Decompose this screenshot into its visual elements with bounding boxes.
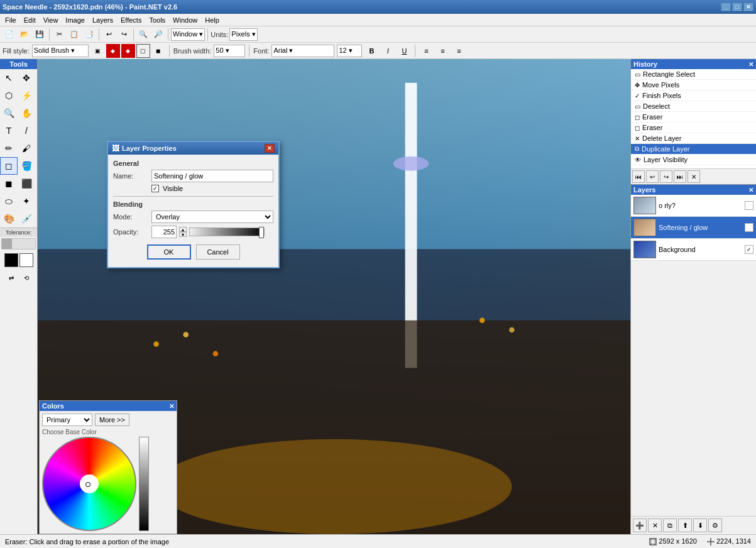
ok-button[interactable]: OK <box>147 244 191 260</box>
font-size-dropdown[interactable]: 12 ▾ <box>337 45 362 57</box>
recolor-tool[interactable]: 🎨 <box>0 210 18 227</box>
reset-colors-btn[interactable]: ⟲ <box>19 271 33 285</box>
underline-button[interactable]: U <box>397 44 411 58</box>
zoom-out-button[interactable]: 🔍 <box>136 28 150 41</box>
save-button[interactable]: 💾 <box>33 28 47 41</box>
cancel-button[interactable]: Cancel <box>196 244 240 260</box>
history-clear-button[interactable]: ✕ <box>688 170 700 183</box>
move-layer-down-button[interactable]: ⬇ <box>693 518 707 532</box>
move-layer-up-button[interactable]: ⬆ <box>678 518 692 532</box>
layers-close-button[interactable]: ✕ <box>748 187 753 194</box>
colors-more-button[interactable]: More >> <box>95 414 129 426</box>
history-item-duplicate-layer[interactable]: ⧉ Duplicate Layer <box>631 144 756 155</box>
history-item-delete-layer[interactable]: ✕ Delete Layer <box>631 133 756 144</box>
units-dropdown[interactable]: Pixels ▾ <box>229 28 257 41</box>
colors-mode-select[interactable]: Primary Secondary <box>42 414 92 426</box>
name-input[interactable] <box>151 170 273 182</box>
select-tool[interactable]: ↖ <box>0 69 18 87</box>
move-tool[interactable]: ✥ <box>18 69 35 87</box>
shape-tool[interactable]: ⬛ <box>18 175 35 192</box>
duplicate-layer-button[interactable]: ⧉ <box>663 518 677 532</box>
layers-list[interactable]: o rly? Softening / glow ✓ Background ✓ <box>631 195 756 516</box>
opacity-down[interactable]: ▼ <box>179 232 187 237</box>
align-center-button[interactable]: ≡ <box>436 44 449 58</box>
brush-width-dropdown[interactable]: 50 ▾ <box>214 45 245 57</box>
color-brightness-slider[interactable] <box>139 437 149 531</box>
color-wheel[interactable] <box>42 437 136 531</box>
minimize-button[interactable]: _ <box>721 3 731 11</box>
history-item-deselect[interactable]: ▭ Deselect <box>631 101 756 112</box>
history-list[interactable]: ▭ Rectangle Select ✥ Move Pixels ✓ Finis… <box>631 69 756 168</box>
menu-tools[interactable]: Tools <box>145 15 169 25</box>
brush-tool[interactable]: 🖌 <box>18 140 35 157</box>
menu-file[interactable]: File <box>1 15 20 25</box>
menu-image[interactable]: Image <box>62 15 89 25</box>
history-item-finish-pixels[interactable]: ✓ Finish Pixels <box>631 90 756 101</box>
tolerance-slider[interactable] <box>1 238 36 249</box>
history-item-layer-visibility[interactable]: 👁 Layer Visibility <box>631 155 756 165</box>
layer-visibility-orly[interactable] <box>745 201 753 210</box>
align-left-button[interactable]: ≡ <box>419 44 433 58</box>
copy-button[interactable]: 📋 <box>67 28 81 41</box>
history-item-eraser-1[interactable]: ◻ Eraser <box>631 112 756 123</box>
fill-icon4[interactable]: ▢ <box>136 44 150 58</box>
layer-properties-button[interactable]: ⚙ <box>708 518 722 532</box>
font-dropdown[interactable]: Arial ▾ <box>271 45 334 57</box>
blend-mode-select[interactable]: Normal Multiply Additive Color Burn Colo… <box>151 211 273 223</box>
swap-colors-btn[interactable]: ⇄ <box>4 271 18 285</box>
eraser-tool[interactable]: ◻ <box>0 157 18 175</box>
history-item-move-pixels[interactable]: ✥ Move Pixels <box>631 80 756 90</box>
redo-button[interactable]: ↪ <box>117 28 131 41</box>
zoom-in-button[interactable]: 🔎 <box>151 28 165 41</box>
colors-close-button[interactable]: ✕ <box>169 403 174 410</box>
line-tool[interactable]: / <box>18 122 35 140</box>
paste-button[interactable]: 📑 <box>82 28 96 41</box>
bold-button[interactable]: B <box>364 44 378 58</box>
visible-checkbox[interactable] <box>151 185 159 192</box>
layer-item-softglow[interactable]: Softening / glow ✓ <box>631 217 756 239</box>
undo-button[interactable]: ↩ <box>102 28 116 41</box>
italic-button[interactable]: I <box>381 44 395 58</box>
maximize-button[interactable]: □ <box>732 3 742 11</box>
layer-item-orly[interactable]: o rly? <box>631 195 756 217</box>
opacity-input[interactable] <box>151 226 177 238</box>
clone-tool[interactable]: ✦ <box>18 192 35 210</box>
fill-icon1[interactable]: ▣ <box>91 44 105 58</box>
fill-icon2[interactable]: ◆ <box>106 44 120 58</box>
menu-window[interactable]: Window <box>169 15 201 25</box>
delete-layer-button[interactable]: ✕ <box>648 518 662 532</box>
layer-item-background[interactable]: Background ✓ <box>631 239 756 261</box>
cut-button[interactable]: ✂ <box>52 28 66 41</box>
history-item-eraser-2[interactable]: ◻ Eraser <box>631 123 756 133</box>
layer-visibility-softglow[interactable]: ✓ <box>745 223 753 232</box>
color-picker[interactable]: 💉 <box>18 210 35 227</box>
history-redo-button[interactable]: ↪ <box>660 170 672 183</box>
text-tool[interactable]: T <box>0 122 18 140</box>
new-button[interactable]: 📄 <box>3 28 16 41</box>
menu-layers[interactable]: Layers <box>89 15 117 25</box>
layer-visibility-background[interactable]: ✓ <box>745 245 753 254</box>
history-last-button[interactable]: ⏭ <box>674 170 686 183</box>
add-layer-button[interactable]: ➕ <box>633 518 647 532</box>
lasso-tool[interactable]: ⬡ <box>0 87 18 104</box>
gradient-tool[interactable]: ◼ <box>0 175 18 192</box>
menu-edit[interactable]: Edit <box>20 15 40 25</box>
secondary-color-box[interactable] <box>19 253 33 267</box>
wand-tool[interactable]: ⚡ <box>18 87 35 104</box>
history-close-button[interactable]: ✕ <box>748 61 753 68</box>
fillstyle-dropdown[interactable]: Solid Brush ▾ <box>32 45 89 57</box>
menu-view[interactable]: View <box>40 15 62 25</box>
dialog-title-bar[interactable]: 🖼 Layer Properties ✕ <box>108 142 278 155</box>
ellipse-tool[interactable]: ⬭ <box>0 192 18 210</box>
align-right-button[interactable]: ≡ <box>452 44 466 58</box>
open-button[interactable]: 📂 <box>18 28 31 41</box>
paint-bucket-tool[interactable]: 🪣 <box>18 157 35 175</box>
history-undo-button[interactable]: ↩ <box>646 170 659 183</box>
close-button[interactable]: ✕ <box>743 3 753 11</box>
pencil-tool[interactable]: ✏ <box>0 140 18 157</box>
menu-help[interactable]: Help <box>201 15 223 25</box>
primary-color-box[interactable] <box>4 253 18 267</box>
dialog-close-button[interactable]: ✕ <box>265 144 275 153</box>
fill-icon5[interactable]: ◼ <box>151 44 165 58</box>
pan-tool[interactable]: ✋ <box>18 104 35 122</box>
